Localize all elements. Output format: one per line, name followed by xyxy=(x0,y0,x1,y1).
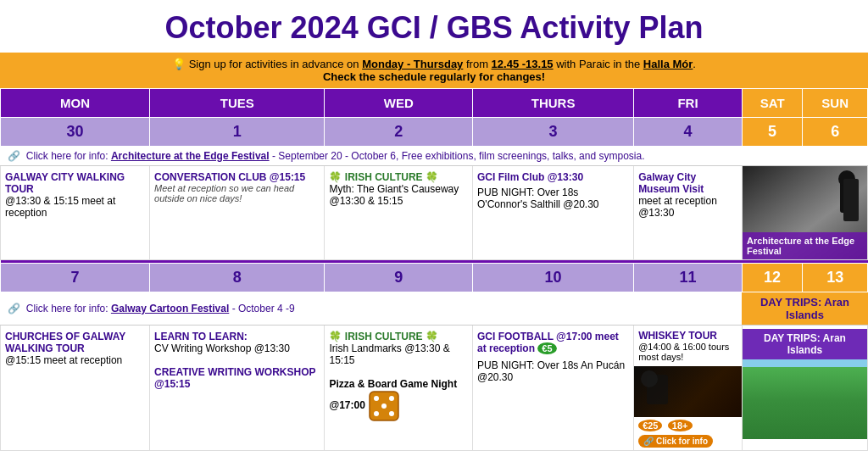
svg-point-5 xyxy=(389,411,394,416)
date-8: 8 xyxy=(150,264,325,292)
date-9: 9 xyxy=(325,264,473,292)
week1-thurs-line2: PUB NIGHT: Over 18s O'Connor's Salthill … xyxy=(477,186,629,210)
aran-image-container: DAY TRIPS: Aran Islands xyxy=(743,329,867,439)
notice-days: Monday - Thursday xyxy=(362,58,463,70)
week2-info-link-row: 🔗 Click here for info: Galway Cartoon Fe… xyxy=(1,292,868,326)
calendar-header-row: MON TUES WED THURS FRI SAT SUN xyxy=(1,89,868,118)
date-10: 10 xyxy=(473,264,634,292)
week2-sat-sun-cell: DAY TRIPS: Aran Islands xyxy=(742,326,867,451)
notice-place: Halla Mór xyxy=(643,58,693,70)
link-chain-icon2: 🔗 xyxy=(8,303,20,314)
week1-tues-detail: Meet at reception so we can head outside… xyxy=(154,183,320,203)
week1-fri-title: Galway City Museum Visit xyxy=(638,171,737,195)
date-6: 6 xyxy=(803,118,868,147)
page-title: October 2024 GCI / GBS Activity Plan xyxy=(0,0,868,53)
week1-link-detail: - September 20 - October 6, Free exhibit… xyxy=(272,150,645,162)
week1-tues-cell: CONVERSATION CLUB @15:15 Meet at recepti… xyxy=(150,166,325,260)
week1-thurs-cell: GCI Film Club @13:30 PUB NIGHT: Over 18s… xyxy=(473,166,634,260)
week2-wed-title: 🍀 IRISH CULTURE 🍀 xyxy=(329,331,468,342)
notice-line2: Check the schedule regularly for changes… xyxy=(323,70,545,83)
week2-mon-title: CHURCHES OF GALWAY WALKING TOUR xyxy=(5,331,145,354)
week2-tues-block1-title: LEARN TO LEARN: xyxy=(154,331,320,342)
week1-wed-detail: Myth: The Giant's Causeway @13:30 & 15:1… xyxy=(329,183,468,207)
click-info-chain-icon: 🔗 xyxy=(643,437,654,446)
header-wed: WED xyxy=(325,89,473,118)
date-1: 1 xyxy=(150,118,325,147)
svg-point-3 xyxy=(381,403,387,409)
week2-thurs-cell: GCI FOOTBALL @17:00 meet at reception €5… xyxy=(473,326,634,451)
week2-info-link-cell[interactable]: 🔗 Click here for info: Galway Cartoon Fe… xyxy=(1,292,743,326)
link-chain-icon: 🔗 xyxy=(8,150,20,162)
week2-sat-sun-info-cell: DAY TRIPS: Aran Islands xyxy=(742,292,867,326)
week2-tues-block1-detail: CV Writing Workshop @13:30 xyxy=(154,342,320,354)
whiskey-image xyxy=(634,366,742,417)
week2-fri-cell: WHISKEY TOUR @14:00 & 16:00 tours most d… xyxy=(634,326,743,451)
week1-tues-title: CONVERSATION CLUB @15:15 xyxy=(154,171,320,183)
week1-festival-link[interactable]: Architecture at the Edge Festival xyxy=(111,150,270,162)
week1-mon-detail: @13:30 & 15:15 meet at reception xyxy=(5,195,145,219)
aran-overlay: DAY TRIPS: Aran Islands xyxy=(743,329,867,359)
week2-fri-detail: @14:00 & 16:00 tours most days! xyxy=(638,342,737,362)
week1-wed-cell: 🍀 IRISH CULTURE 🍀 Myth: The Giant's Caus… xyxy=(325,166,473,260)
week2-mon-cell: CHURCHES OF GALWAY WALKING TOUR @15:15 m… xyxy=(1,326,150,451)
week2-thurs-line2: PUB NIGHT: Over 18s An Pucán @20.30 xyxy=(477,359,629,383)
arch-festival-overlay: Architecture at the Edge Festival xyxy=(743,232,867,259)
notice-time: 12.45 -13.15 xyxy=(492,58,554,70)
week2-wed-event2: Pizza & Board Game Night @17:00 xyxy=(329,378,468,422)
week1-content-row: GALWAY CITY WALKING TOUR @13:30 & 15:15 … xyxy=(1,166,868,260)
week1-wed-title: 🍀 IRISH CULTURE 🍀 xyxy=(329,171,468,183)
svg-point-1 xyxy=(374,396,379,401)
date-3: 3 xyxy=(473,118,634,147)
week2-link-prefix: Click here for info: xyxy=(26,303,108,314)
date-7: 7 xyxy=(1,264,150,292)
week1-mon-title: GALWAY CITY WALKING TOUR xyxy=(5,171,145,195)
week1-info-link-cell[interactable]: 🔗 Click here for info: Architecture at t… xyxy=(1,147,868,166)
week2-fri-badge2: 18+ xyxy=(668,420,693,431)
week1-link-prefix: Click here for info: xyxy=(26,150,108,162)
week1-sat-sun-cell: Architecture at the Edge Festival xyxy=(742,166,867,260)
week2-content-row: CHURCHES OF GALWAY WALKING TOUR @15:15 m… xyxy=(1,326,868,451)
week2-wed-cell: 🍀 IRISH CULTURE 🍀 Irish Landmarks @13:30… xyxy=(325,326,473,451)
week2-wed-detail: Irish Landmarks @13:30 & 15:15 xyxy=(329,342,468,366)
notice-line1: Sign up for activities in advance on Mon… xyxy=(189,58,696,70)
week2-thurs-badge: €5 xyxy=(537,342,556,354)
date-11: 11 xyxy=(634,264,743,292)
week2-festival-link[interactable]: Galway Cartoon Festival xyxy=(111,303,229,314)
header-mon: MON xyxy=(1,89,150,118)
week2-mon-detail: @15:15 meet at reception xyxy=(5,354,145,366)
week1-date-row: 30 1 2 3 4 5 6 xyxy=(1,118,868,147)
week1-mon-cell: GALWAY CITY WALKING TOUR @13:30 & 15:15 … xyxy=(1,166,150,260)
week2-thurs-line1: GCI FOOTBALL @17:00 meet at reception €5 xyxy=(477,331,629,354)
week1-info-link-row: 🔗 Click here for info: Architecture at t… xyxy=(1,147,868,166)
date-5: 5 xyxy=(742,118,802,147)
week1-fri-cell: Galway City Museum Visit meet at recepti… xyxy=(634,166,743,260)
header-tues: TUES xyxy=(150,89,325,118)
week2-tues-block2-title: CREATIVE WRITING WORKSHOP @15:15 xyxy=(154,366,320,390)
week1-thurs-line1: GCI Film Club @13:30 xyxy=(477,171,629,183)
date-12: 12 xyxy=(742,264,802,292)
notice-icon: 💡 xyxy=(172,58,186,70)
week2-fri-badge1: €25 xyxy=(638,420,662,431)
header-sat: SAT xyxy=(742,89,802,118)
header-thurs: THURS xyxy=(473,89,634,118)
week2-tues-cell: LEARN TO LEARN: CV Writing Workshop @13:… xyxy=(150,326,325,451)
week2-date-row: 7 8 9 10 11 12 13 xyxy=(1,264,868,292)
week1-fri-detail: meet at reception @13:30 xyxy=(638,195,737,219)
date-4: 4 xyxy=(634,118,743,147)
week2-fri-title: WHISKEY TOUR xyxy=(638,330,737,342)
date-2: 2 xyxy=(325,118,473,147)
notice-bar: 💡 Sign up for activities in advance on M… xyxy=(0,53,868,88)
week2-link-detail: - October 4 -9 xyxy=(232,303,295,314)
dice-icon xyxy=(368,390,400,422)
svg-point-2 xyxy=(389,396,394,401)
svg-point-4 xyxy=(374,411,379,416)
header-sun: SUN xyxy=(803,89,868,118)
date-13: 13 xyxy=(803,264,868,292)
date-30: 30 xyxy=(1,118,150,147)
header-fri: FRI xyxy=(634,89,743,118)
click-for-info-link[interactable]: 🔗 Click for info xyxy=(638,435,713,448)
